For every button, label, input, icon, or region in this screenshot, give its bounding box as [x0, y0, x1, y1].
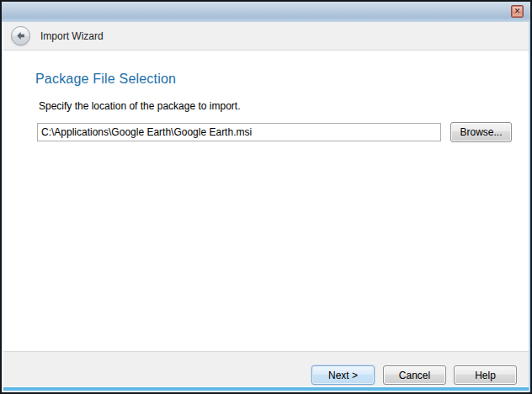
import-wizard-window: ✕ Import Wizard Package File Selection S… — [0, 0, 532, 394]
browse-button[interactable]: Browse... — [450, 122, 512, 142]
cancel-button[interactable]: Cancel — [383, 365, 446, 385]
bottom-accent-strip — [3, 386, 529, 391]
close-button[interactable]: ✕ — [511, 5, 524, 18]
wizard-title: Import Wizard — [40, 30, 104, 42]
back-button[interactable] — [11, 26, 30, 45]
titlebar: ✕ — [2, 2, 530, 22]
page-heading: Package File Selection — [35, 72, 176, 87]
back-arrow-icon — [15, 30, 26, 41]
wizard-footer: Next > Cancel Help — [3, 351, 529, 386]
help-button[interactable]: Help — [454, 365, 517, 385]
wizard-page-content: Package File Selection Specify the locat… — [3, 51, 527, 342]
next-button[interactable]: Next > — [311, 365, 375, 385]
package-path-input[interactable] — [37, 123, 441, 141]
close-icon: ✕ — [514, 8, 521, 15]
wizard-header: Import Wizard — [3, 22, 529, 51]
instruction-label: Specify the location of the package to i… — [39, 100, 240, 112]
